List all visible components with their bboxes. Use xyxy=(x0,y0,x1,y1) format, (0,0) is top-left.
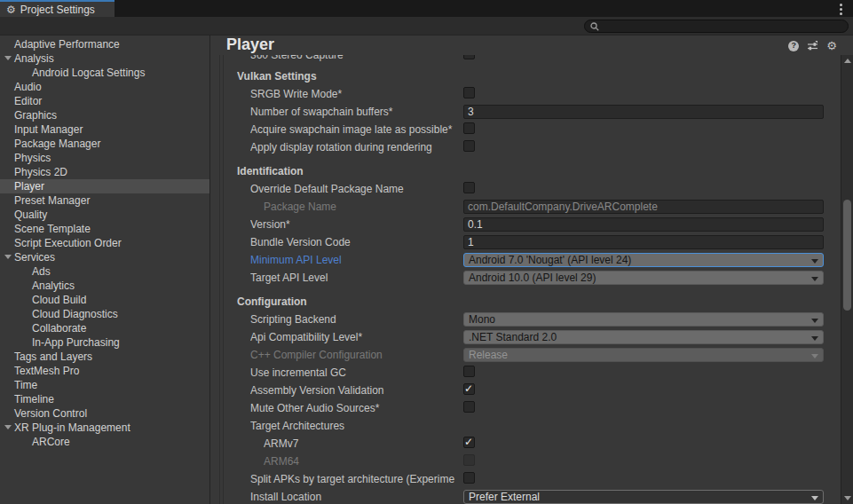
setting-row-install-location: Install LocationPrefer External xyxy=(210,488,841,504)
checkbox-use-incremental-gc[interactable] xyxy=(463,366,475,377)
field-bundle-version-code[interactable]: 1 xyxy=(463,235,824,249)
section-header-identification: Identification xyxy=(237,165,462,177)
sidebar-item-cloud-build[interactable]: Cloud Build xyxy=(0,293,209,307)
setting-row-c-compiler-configuration: C++ Compiler ConfigurationRelease xyxy=(210,346,841,364)
setting-row-use-incremental-gc: Use incremental GC xyxy=(210,364,841,382)
sidebar-item-label: Cloud Build xyxy=(32,294,86,306)
sidebar-item-label: Script Execution Order xyxy=(14,237,122,249)
checkbox-split-apks-by-target-architecture-experime[interactable] xyxy=(463,472,475,484)
sidebar-item-textmesh-pro[interactable]: TextMesh Pro xyxy=(0,364,209,378)
preset-icon[interactable] xyxy=(807,41,818,51)
dropdown-api-compatibility-level[interactable]: .NET Standard 2.0 xyxy=(463,330,824,344)
field-package-name[interactable]: com.DefaultCompany.DriveARComplete xyxy=(463,200,824,214)
scroll-down-arrow[interactable] xyxy=(844,496,851,500)
scroll-up-arrow[interactable] xyxy=(844,59,851,63)
sidebar-item-analysis[interactable]: Analysis xyxy=(0,51,209,66)
settings-panel: Player ? ⚙ 360 Stereo CaptureVulkan xyxy=(210,35,853,504)
toolbar xyxy=(0,17,853,35)
setting-label-scripting-backend: Scripting Backend xyxy=(250,313,462,326)
sidebar-item-editor[interactable]: Editor xyxy=(0,94,209,108)
setting-row-override-default-package-name: Override Default Package Name xyxy=(210,180,841,198)
foldout-triangle-icon[interactable] xyxy=(4,255,12,259)
sidebar-item-ads[interactable]: Ads xyxy=(0,264,209,279)
search-input[interactable] xyxy=(603,21,842,32)
setting-label-package-name: Package Name xyxy=(264,201,462,213)
chevron-down-icon xyxy=(811,259,818,264)
setting-label-c-compiler-configuration: C++ Compiler Configuration xyxy=(250,349,462,361)
dropdown-minimum-api-level[interactable]: Android 7.0 'Nougat' (API level 24) xyxy=(463,253,824,267)
project-settings-window: ⚙ Project Settings Adaptive PerformanceA… xyxy=(0,0,853,504)
sidebar-item-time[interactable]: Time xyxy=(0,378,209,392)
sidebar-item-tags-and-layers[interactable]: Tags and Layers xyxy=(0,350,209,364)
sidebar-item-analytics[interactable]: Analytics xyxy=(0,279,209,293)
sidebar-item-in-app-purchasing[interactable]: In-App Purchasing xyxy=(0,335,209,350)
sidebar-item-timeline[interactable]: Timeline xyxy=(0,392,209,406)
field-version[interactable]: 0.1 xyxy=(463,217,824,232)
sidebar-item-xr-plug-in-management[interactable]: XR Plug-in Management xyxy=(0,421,209,435)
page-title: Player xyxy=(226,35,274,54)
field-number-of-swapchain-buffers[interactable]: 3 xyxy=(463,105,824,119)
sidebar-item-version-control[interactable]: Version Control xyxy=(0,406,209,421)
sidebar-item-audio[interactable]: Audio xyxy=(0,80,209,94)
sidebar-item-script-execution-order[interactable]: Script Execution Order xyxy=(0,236,209,250)
sidebar-item-label: ARCore xyxy=(32,436,70,448)
setting-label-acquire-swapchain-image-late-as-possible: Acquire swapchain image late as possible… xyxy=(250,123,462,136)
sidebar-item-label: Time xyxy=(14,379,37,391)
dropdown-c-compiler-configuration[interactable]: Release xyxy=(463,348,824,362)
foldout-triangle-icon[interactable] xyxy=(4,425,12,429)
kebab-menu-icon[interactable] xyxy=(837,4,844,15)
checkbox-apply-display-rotation-during-rendering[interactable] xyxy=(463,140,475,152)
sidebar-item-android-logcat-settings[interactable]: Android Logcat Settings xyxy=(0,66,209,80)
sidebar-item-physics[interactable]: Physics xyxy=(0,151,209,165)
scrollbar-thumb[interactable] xyxy=(843,200,851,311)
setting-row-acquire-swapchain-image-late-as-possible: Acquire swapchain image late as possible… xyxy=(210,121,841,138)
sidebar-item-cloud-diagnostics[interactable]: Cloud Diagnostics xyxy=(0,307,209,321)
sidebar-item-preset-manager[interactable]: Preset Manager xyxy=(0,193,209,208)
setting-label-api-compatibility-level: Api Compatibility Level* xyxy=(250,331,462,343)
sidebar-item-graphics[interactable]: Graphics xyxy=(0,108,209,122)
sidebar-item-input-manager[interactable]: Input Manager xyxy=(0,122,209,137)
sidebar-item-label: Package Manager xyxy=(14,138,100,150)
checkbox-360-stereo-capture[interactable] xyxy=(463,55,475,59)
checkmark-icon: ✓ xyxy=(464,436,473,448)
setting-label-arm64: ARM64 xyxy=(264,455,462,468)
search-box[interactable] xyxy=(584,20,849,33)
gear-icon[interactable]: ⚙ xyxy=(826,40,837,51)
checkbox-srgb-write-mode[interactable] xyxy=(463,87,475,98)
main-area: Adaptive PerformanceAnalysisAndroid Logc… xyxy=(0,35,853,504)
tab-project-settings[interactable]: ⚙ Project Settings xyxy=(0,0,115,17)
sidebar-item-label: Input Manager xyxy=(14,123,83,136)
checkbox-assembly-version-validation[interactable]: ✓ xyxy=(463,383,475,395)
sidebar-item-player[interactable]: Player xyxy=(0,179,209,193)
sidebar-item-physics-2d[interactable]: Physics 2D xyxy=(0,165,209,179)
setting-label-override-default-package-name: Override Default Package Name xyxy=(250,183,462,195)
setting-row-mute-other-audio-sources: Mute Other Audio Sources* xyxy=(210,399,841,417)
setting-label-360-stereo-capture: 360 Stereo Capture xyxy=(250,55,462,61)
checkbox-override-default-package-name[interactable] xyxy=(463,182,475,193)
dropdown-install-location[interactable]: Prefer External xyxy=(463,490,824,504)
sidebar-item-services[interactable]: Services xyxy=(0,250,209,264)
sidebar-item-scene-template[interactable]: Scene Template xyxy=(0,222,209,236)
tab-label: Project Settings xyxy=(20,4,95,16)
foldout-triangle-icon[interactable] xyxy=(4,56,12,60)
checkbox-mute-other-audio-sources[interactable] xyxy=(463,401,475,413)
setting-label-mute-other-audio-sources: Mute Other Audio Sources* xyxy=(250,402,462,414)
dropdown-target-api-level[interactable]: Android 10.0 (API level 29) xyxy=(463,271,824,285)
sidebar-item-adaptive-performance[interactable]: Adaptive Performance xyxy=(0,37,209,51)
sidebar-item-arcore[interactable]: ARCore xyxy=(0,435,209,449)
section-header-configuration: Configuration xyxy=(237,295,462,308)
sidebar-item-package-manager[interactable]: Package Manager xyxy=(0,137,209,151)
dropdown-scripting-backend[interactable]: Mono xyxy=(463,312,824,327)
checkbox-armv7[interactable]: ✓ xyxy=(463,437,475,448)
setting-label-use-incremental-gc: Use incremental GC xyxy=(250,366,462,379)
checkbox-arm64[interactable] xyxy=(463,454,475,466)
vertical-scrollbar[interactable] xyxy=(841,55,853,504)
setting-row-identification: Identification xyxy=(210,162,841,180)
checkbox-acquire-swapchain-image-late-as-possible[interactable] xyxy=(463,122,475,134)
help-icon[interactable]: ? xyxy=(788,41,799,51)
sidebar-item-label: In-App Purchasing xyxy=(32,336,120,349)
panel-header-icons: ? ⚙ xyxy=(788,40,837,51)
sidebar-item-collaborate[interactable]: Collaborate xyxy=(0,321,209,335)
sidebar-item-quality[interactable]: Quality xyxy=(0,208,209,222)
sidebar-item-label: Physics xyxy=(14,152,51,164)
